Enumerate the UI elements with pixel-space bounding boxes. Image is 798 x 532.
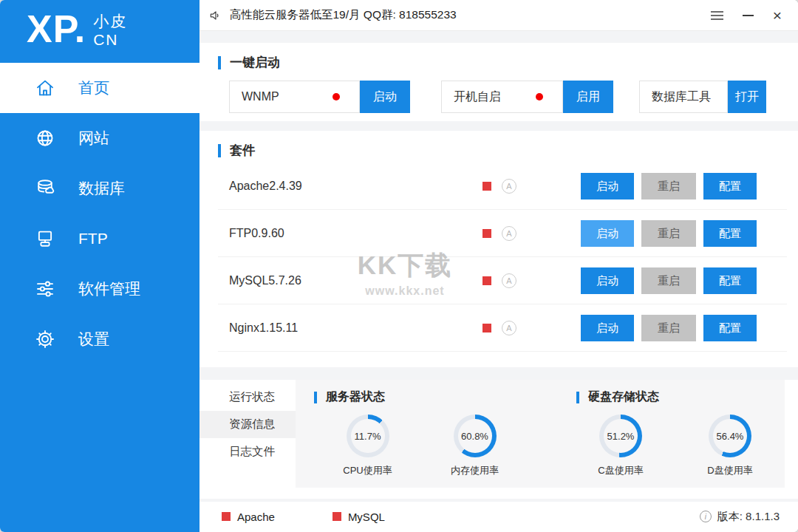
menu-icon[interactable] <box>711 11 723 20</box>
app-logo: XP. 小皮 CN <box>0 0 200 58</box>
config-ftp-button[interactable]: 配置 <box>703 220 757 247</box>
main-area: 高性能云服务器低至19/月 QQ群: 818555233 × 一键启动 WNMP <box>200 0 798 532</box>
service-name: Nginx1.15.11 <box>229 321 298 335</box>
ftp-icon <box>34 228 56 250</box>
autostart-group: 开机自启 启用 <box>441 81 613 113</box>
title-accent-bar <box>314 392 317 403</box>
phpstudy-window: XP. 小皮 CN 首页 网站 <box>0 0 798 532</box>
disk-status-title: 硬盘存储状态 <box>576 389 785 405</box>
sidebar-item-label: 首页 <box>78 78 109 98</box>
stopped-indicator-icon <box>222 512 231 521</box>
stopped-indicator-icon <box>332 512 341 521</box>
spacer <box>200 488 798 499</box>
sidebar-menu: 首页 网站 数据库 FTP <box>0 63 200 364</box>
version-text: 版本: 8.1.1.3 <box>717 510 780 524</box>
start-wnmp-button[interactable]: 启动 <box>360 81 410 113</box>
database-icon <box>34 177 56 200</box>
stopped-indicator-icon <box>482 182 491 191</box>
start-nginx-button[interactable]: 启动 <box>581 315 634 341</box>
close-button[interactable]: × <box>773 7 782 23</box>
sidebar-item-software[interactable]: 软件管理 <box>0 264 200 314</box>
config-apache-button[interactable]: 配置 <box>703 173 757 200</box>
restart-nginx-button[interactable]: 重启 <box>641 315 696 341</box>
suite-row-ftp: FTP0.9.60 A 启动 重启 配置 <box>218 210 787 257</box>
gear-icon <box>34 328 56 350</box>
stopped-indicator-icon <box>482 229 491 238</box>
sidebar-item-website[interactable]: 网站 <box>0 113 200 163</box>
memory-gauge: 60.8% 内存使用率 <box>421 415 528 477</box>
logo-sub-text: 小皮 CN <box>93 12 127 49</box>
status-dot-red <box>536 93 543 100</box>
restart-mysql-button[interactable]: 重启 <box>641 267 696 294</box>
start-mysql-button[interactable]: 启动 <box>581 267 634 294</box>
sidebar-item-settings[interactable]: 设置 <box>0 314 200 364</box>
disk-d-gauge: 56.4% D盘使用率 <box>675 415 785 477</box>
section-separator <box>200 367 798 380</box>
memory-donut: 60.8% <box>454 415 497 457</box>
section-separator <box>200 31 798 43</box>
version-info: i 版本: 8.1.1.3 <box>700 510 780 524</box>
enable-autostart-button[interactable]: 启用 <box>563 81 613 113</box>
logo-main-text: XP. <box>27 10 86 48</box>
restart-apache-button[interactable]: 重启 <box>641 173 696 200</box>
server-status-section: 服务器状态 11.7% CPU使用率 60.8% <box>296 389 558 488</box>
quick-start-row: WNMP 启动 开机自启 启用 数据库工具 打开 <box>218 81 798 113</box>
sidebar-item-home[interactable]: 首页 <box>0 63 200 113</box>
speaker-icon <box>208 8 223 23</box>
server-gauges: 11.7% CPU使用率 60.8% 内存使用率 <box>314 415 558 477</box>
stopped-indicator-icon <box>482 276 491 285</box>
circled-a-icon: A <box>502 273 516 288</box>
globe-icon <box>34 127 56 149</box>
disk-c-gauge: 51.2% C盘使用率 <box>566 415 675 477</box>
disk-gauges: 51.2% C盘使用率 56.4% D盘使用率 <box>566 415 785 477</box>
wnmp-status-box: WNMP <box>229 81 360 113</box>
title-bar: 高性能云服务器低至19/月 QQ群: 818555233 × <box>200 0 798 31</box>
config-nginx-button[interactable]: 配置 <box>703 315 757 341</box>
quick-start-section: 一键启动 WNMP 启动 开机自启 启用 <box>200 43 798 121</box>
service-name: Apache2.4.39 <box>229 180 302 193</box>
title-accent-bar <box>576 392 579 403</box>
sidebar-item-ftp[interactable]: FTP <box>0 214 200 264</box>
tab-running-status[interactable]: 运行状态 <box>200 383 296 411</box>
title-accent-bar <box>218 56 221 69</box>
db-tool-group: 数据库工具 打开 <box>639 81 766 113</box>
open-db-tool-button[interactable]: 打开 <box>728 81 766 113</box>
wnmp-group: WNMP 启动 <box>229 81 410 113</box>
circled-a-icon: A <box>502 179 516 194</box>
legend-mysql: MySQL <box>332 511 385 523</box>
disk-d-donut: 56.4% <box>709 415 751 457</box>
tab-log-files[interactable]: 日志文件 <box>200 438 296 466</box>
section-separator <box>200 121 798 131</box>
cpu-gauge: 11.7% CPU使用率 <box>314 415 421 477</box>
quick-start-title: 一键启动 <box>218 54 798 71</box>
sidebar-item-label: 数据库 <box>78 178 125 199</box>
suite-row-apache: Apache2.4.39 A 启动 重启 配置 <box>218 163 787 210</box>
sliders-icon <box>34 278 56 300</box>
tab-resource-info[interactable]: 资源信息 <box>200 411 296 438</box>
suite-row-mysql: MySQL5.7.26 A 启动 重启 配置 <box>218 257 787 304</box>
suite-section: 套件 Apache2.4.39 A 启动 重启 配置 FTP0.9.60 A 启… <box>200 131 798 367</box>
legend-apache: Apache <box>222 511 275 523</box>
sidebar-item-label: 设置 <box>78 329 109 349</box>
stopped-indicator-icon <box>482 324 491 332</box>
sidebar-item-database[interactable]: 数据库 <box>0 163 200 214</box>
circled-a-icon: A <box>502 226 516 241</box>
config-mysql-button[interactable]: 配置 <box>703 267 757 294</box>
status-area: 运行状态 资源信息 日志文件 服务器状态 11.7% C <box>200 380 798 488</box>
start-ftp-button[interactable]: 启动 <box>581 220 634 247</box>
service-name: FTP0.9.60 <box>229 227 284 240</box>
minimize-button[interactable] <box>743 15 754 16</box>
service-name: MySQL5.7.26 <box>229 274 301 287</box>
home-icon <box>34 77 56 99</box>
cpu-donut: 11.7% <box>347 415 389 457</box>
restart-ftp-button[interactable]: 重启 <box>641 220 696 247</box>
db-tool-box: 数据库工具 <box>639 81 728 113</box>
start-apache-button[interactable]: 启动 <box>581 173 634 200</box>
server-status-title: 服务器状态 <box>314 389 558 405</box>
window-controls: × <box>711 7 782 23</box>
status-dot-red <box>332 93 340 100</box>
suite-rows: Apache2.4.39 A 启动 重启 配置 FTP0.9.60 A 启动 重… <box>218 163 798 352</box>
promo-banner-text: 高性能云服务器低至19/月 QQ群: 818555233 <box>230 7 457 23</box>
sidebar-item-label: 网站 <box>78 128 109 149</box>
disk-status-section: 硬盘存储状态 51.2% C盘使用率 56.4% <box>558 389 785 488</box>
